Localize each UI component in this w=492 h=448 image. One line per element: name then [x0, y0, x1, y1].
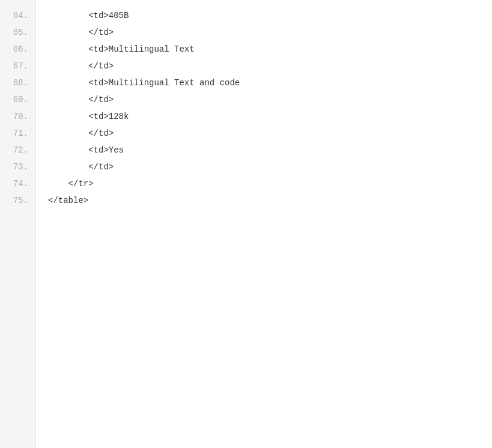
code-line: <td>405B	[36, 7, 492, 24]
line-number: 67.	[0, 58, 35, 74]
code-content[interactable]: <td>405B </td> <td>Multilingual Text </t…	[36, 0, 492, 448]
code-line: <td>128k	[36, 108, 492, 125]
line-number: 72.	[0, 142, 35, 159]
code-line: </tr>	[36, 175, 492, 192]
code-viewer: 64.65.66.67.68.69.70.71.72.73.74.75. <td…	[0, 0, 492, 448]
line-number: 73.	[0, 159, 35, 175]
code-line: </td>	[36, 24, 492, 41]
line-number: 74.	[0, 175, 35, 192]
line-number: 68.	[0, 74, 35, 91]
line-number: 64.	[0, 7, 35, 24]
code-line: <td>Multilingual Text	[36, 41, 492, 58]
line-number: 71.	[0, 125, 35, 142]
line-number: 69.	[0, 91, 35, 108]
code-line: </td>	[36, 58, 492, 74]
line-number: 66.	[0, 41, 35, 58]
line-number: 70.	[0, 108, 35, 125]
code-line: <td>Yes	[36, 142, 492, 159]
code-line: </td>	[36, 125, 492, 142]
code-line: <td>Multilingual Text and code	[36, 74, 492, 91]
code-line: </td>	[36, 91, 492, 108]
code-line: </table>	[36, 192, 492, 209]
line-number: 65.	[0, 24, 35, 41]
line-number: 75.	[0, 192, 35, 209]
code-line: </td>	[36, 159, 492, 175]
line-numbers: 64.65.66.67.68.69.70.71.72.73.74.75.	[0, 0, 36, 448]
